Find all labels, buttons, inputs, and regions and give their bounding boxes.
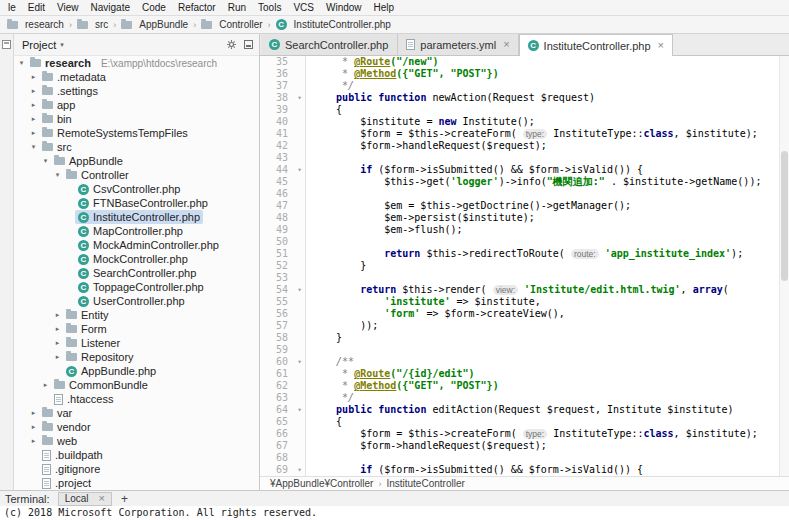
folder-icon xyxy=(77,21,88,29)
tree-item-entity[interactable]: ▸Entity xyxy=(14,308,259,322)
chevron-right-icon[interactable]: ▸ xyxy=(52,336,63,350)
code-text: public function newAction(Request $reque… xyxy=(306,92,595,104)
chevron-right-icon[interactable]: ▸ xyxy=(52,322,63,336)
menu-item-navigate[interactable]: Navigate xyxy=(85,2,136,13)
close-icon[interactable]: × xyxy=(658,40,664,51)
tree-item-commonbundle[interactable]: ▸CommonBundle xyxy=(14,378,259,392)
tree-item-toppagecontroller-php[interactable]: CToppageController.php xyxy=(14,280,259,294)
tree-item-vendor[interactable]: ▸vendor xyxy=(14,420,259,434)
fold-gutter xyxy=(294,440,306,452)
chevron-right-icon[interactable]: ▸ xyxy=(28,98,39,112)
chevron-right-icon[interactable]: ▸ xyxy=(28,420,39,434)
tree-item-repository[interactable]: ▸Repository xyxy=(14,350,259,364)
tree-item-settings[interactable]: ▸.settings xyxy=(14,84,259,98)
tree-item-project[interactable]: .project xyxy=(14,476,259,490)
close-icon[interactable]: × xyxy=(503,39,509,50)
tree-item-mapcontroller-php[interactable]: CMapController.php xyxy=(14,224,259,238)
tree-item-label: SearchController.php xyxy=(93,266,196,280)
tree-item-web[interactable]: ▸web xyxy=(14,434,259,448)
code-text xyxy=(306,236,312,248)
tab-searchcontroller-php[interactable]: CSearchController.php xyxy=(261,34,398,55)
breadcrumb-item-research[interactable]: research xyxy=(5,19,66,30)
tree-item-appbundle-php[interactable]: CAppBundle.php xyxy=(14,364,259,378)
chevron-right-icon[interactable]: ▸ xyxy=(28,70,39,84)
breadcrumb-item-src[interactable]: src xyxy=(75,19,110,30)
breadcrumb-item-institutecontroller-php[interactable]: CInstituteController.php xyxy=(274,19,393,30)
menu-item-le[interactable]: le xyxy=(2,2,22,13)
tree-item-searchcontroller-php[interactable]: CSearchController.php xyxy=(14,266,259,280)
tab-label: parameters.yml xyxy=(420,39,496,51)
menu-item-view[interactable]: View xyxy=(51,2,85,13)
menu-item-tools[interactable]: Tools xyxy=(252,2,287,13)
editor-breadcrumb-item-appbundle-controller[interactable]: ¥AppBundle¥Controller xyxy=(268,478,375,489)
tree-item-bin[interactable]: ▸bin xyxy=(14,112,259,126)
code-text: )); xyxy=(306,320,378,332)
tree-item-src[interactable]: ▾src xyxy=(14,140,259,154)
chevron-down-icon[interactable]: ▾ xyxy=(52,168,63,182)
tree-item-label: CsvController.php xyxy=(93,182,180,196)
menu-item-help[interactable]: Help xyxy=(368,2,401,13)
tree-item-form[interactable]: ▸Form xyxy=(14,322,259,336)
tree-item-metadata[interactable]: ▸.metadata xyxy=(14,70,259,84)
tree-item-institutecontroller-php[interactable]: CInstituteController.php xyxy=(14,210,259,224)
menu-item-code[interactable]: Code xyxy=(136,2,172,13)
editor-pane[interactable]: 35 * @Route("/new")36 * @Method({"GET", … xyxy=(260,56,789,476)
tree-item-gitignore[interactable]: .gitignore xyxy=(14,462,259,476)
terminal-tab-local[interactable]: Local × xyxy=(58,492,112,506)
chevron-right-icon[interactable]: ▸ xyxy=(28,112,39,126)
chevron-down-icon[interactable]: ▾ xyxy=(16,56,27,70)
tree-item-htaccess[interactable]: .htaccess xyxy=(14,392,259,406)
project-view-dropdown[interactable]: Project ▾ xyxy=(22,39,64,51)
menu-item-edit[interactable]: Edit xyxy=(22,2,51,13)
code-line: 59 xyxy=(260,344,779,356)
menu-item-window[interactable]: Window xyxy=(320,2,368,13)
chevron-down-icon[interactable]: ▾ xyxy=(28,140,39,154)
tree-item-controller[interactable]: ▾Controller xyxy=(14,168,259,182)
editor-breadcrumb-item-institutecontroller[interactable]: InstituteController xyxy=(384,478,466,489)
tree-item-buildpath[interactable]: .buildpath xyxy=(14,448,259,462)
close-icon[interactable]: × xyxy=(99,493,105,504)
fold-icon[interactable]: ▾ xyxy=(294,284,306,296)
chevron-right-icon[interactable]: ▸ xyxy=(52,308,63,322)
menu-item-run[interactable]: Run xyxy=(222,2,252,13)
project-tool-window-button[interactable] xyxy=(2,40,11,49)
tab-parameters-yml[interactable]: parameters.yml× xyxy=(398,34,518,55)
fold-icon[interactable]: ▾ xyxy=(294,464,306,476)
tree-item-appbundle[interactable]: ▾AppBundle xyxy=(14,154,259,168)
fold-icon[interactable]: ▾ xyxy=(294,92,306,104)
line-number: 58 xyxy=(260,332,294,344)
tree-item-usercontroller-php[interactable]: CUserController.php xyxy=(14,294,259,308)
fold-icon[interactable]: ▾ xyxy=(294,164,306,176)
chevron-right-icon[interactable]: ▸ xyxy=(28,406,39,420)
php-file-icon: C xyxy=(78,226,89,237)
tree-item-mockcontroller-php[interactable]: CMockController.php xyxy=(14,252,259,266)
chevron-right-icon[interactable]: ▸ xyxy=(40,378,51,392)
breadcrumb-item-controller[interactable]: Controller xyxy=(199,19,264,30)
editor-scrollbar[interactable] xyxy=(779,56,789,476)
tree-item-csvcontroller-php[interactable]: CCsvController.php xyxy=(14,182,259,196)
menu-item-refactor[interactable]: Refactor xyxy=(172,2,222,13)
hide-panel-icon[interactable] xyxy=(244,40,253,49)
php-file-icon: C xyxy=(78,212,89,223)
breadcrumb-item-appbundle[interactable]: AppBundle xyxy=(119,19,190,30)
tree-item-var[interactable]: ▸var xyxy=(14,406,259,420)
tree-item-listener[interactable]: ▸Listener xyxy=(14,336,259,350)
fold-icon[interactable]: ▾ xyxy=(294,404,306,416)
code-area[interactable]: 35 * @Route("/new")36 * @Method({"GET", … xyxy=(260,56,779,476)
tree-item-remotesystemstempfiles[interactable]: ▸RemoteSystemsTempFiles xyxy=(14,126,259,140)
chevron-right-icon[interactable]: ▸ xyxy=(28,126,39,140)
scrollbar-thumb[interactable] xyxy=(781,151,788,281)
settings-gear-icon[interactable] xyxy=(226,39,237,50)
chevron-right-icon[interactable]: ▸ xyxy=(28,84,39,98)
chevron-right-icon[interactable]: ▸ xyxy=(52,350,63,364)
chevron-right-icon[interactable]: ▸ xyxy=(28,434,39,448)
tree-item-research[interactable]: ▾researchE:\xampp\htdocs\research xyxy=(14,56,259,70)
tab-institutecontroller-php[interactable]: CInstituteController.php× xyxy=(519,34,673,56)
fold-icon[interactable]: ▾ xyxy=(294,356,306,368)
new-terminal-tab-button[interactable]: + xyxy=(121,492,128,506)
tree-item-app[interactable]: ▸app xyxy=(14,98,259,112)
tree-item-ftnbasecontroller-php[interactable]: CFTNBaseController.php xyxy=(14,196,259,210)
menu-item-vcs[interactable]: VCS xyxy=(287,2,320,13)
tree-item-mockadmincontroller-php[interactable]: CMockAdminController.php xyxy=(14,238,259,252)
chevron-down-icon[interactable]: ▾ xyxy=(40,154,51,168)
